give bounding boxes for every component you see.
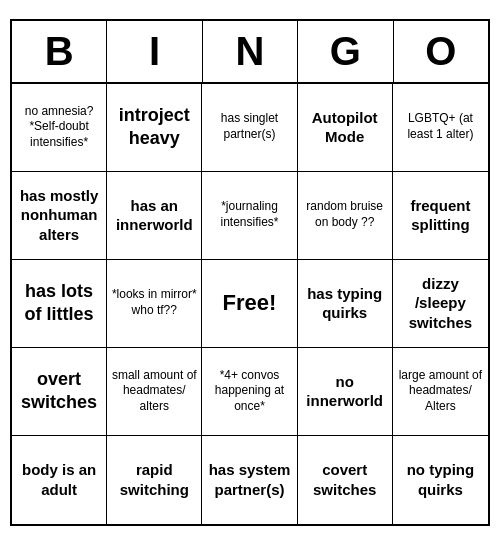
bingo-header: BINGO: [12, 21, 488, 84]
bingo-cell-14: dizzy /sleepy switches: [393, 260, 488, 348]
header-letter-G: G: [298, 21, 393, 82]
bingo-cell-2: has singlet partner(s): [202, 84, 297, 172]
bingo-cell-0: no amnesia? *Self-doubt intensifies*: [12, 84, 107, 172]
header-letter-B: B: [12, 21, 107, 82]
bingo-cell-9: frequent splitting: [393, 172, 488, 260]
bingo-cell-8: random bruise on body ??: [298, 172, 393, 260]
header-letter-N: N: [203, 21, 298, 82]
bingo-cell-18: no innerworld: [298, 348, 393, 436]
bingo-grid: no amnesia? *Self-doubt intensifies*intr…: [12, 84, 488, 524]
bingo-cell-6: has an innerworld: [107, 172, 202, 260]
bingo-cell-10: has lots of littles: [12, 260, 107, 348]
bingo-cell-20: body is an adult: [12, 436, 107, 524]
bingo-cell-23: covert switches: [298, 436, 393, 524]
bingo-cell-24: no typing quirks: [393, 436, 488, 524]
bingo-cell-12: Free!: [202, 260, 297, 348]
bingo-cell-17: *4+ convos happening at once*: [202, 348, 297, 436]
bingo-cell-4: LGBTQ+ (at least 1 alter): [393, 84, 488, 172]
bingo-cell-16: small amount of headmates/ alters: [107, 348, 202, 436]
bingo-cell-15: overt switches: [12, 348, 107, 436]
bingo-cell-3: Autopilot Mode: [298, 84, 393, 172]
bingo-cell-1: introject heavy: [107, 84, 202, 172]
bingo-cell-11: *looks in mirror* who tf??: [107, 260, 202, 348]
header-letter-I: I: [107, 21, 202, 82]
bingo-cell-13: has typing quirks: [298, 260, 393, 348]
bingo-card: BINGO no amnesia? *Self-doubt intensifie…: [10, 19, 490, 526]
bingo-cell-19: large amount of headmates/ Alters: [393, 348, 488, 436]
header-letter-O: O: [394, 21, 488, 82]
bingo-cell-7: *journaling intensifies*: [202, 172, 297, 260]
bingo-cell-5: has mostly nonhuman alters: [12, 172, 107, 260]
bingo-cell-22: has system partner(s): [202, 436, 297, 524]
bingo-cell-21: rapid switching: [107, 436, 202, 524]
